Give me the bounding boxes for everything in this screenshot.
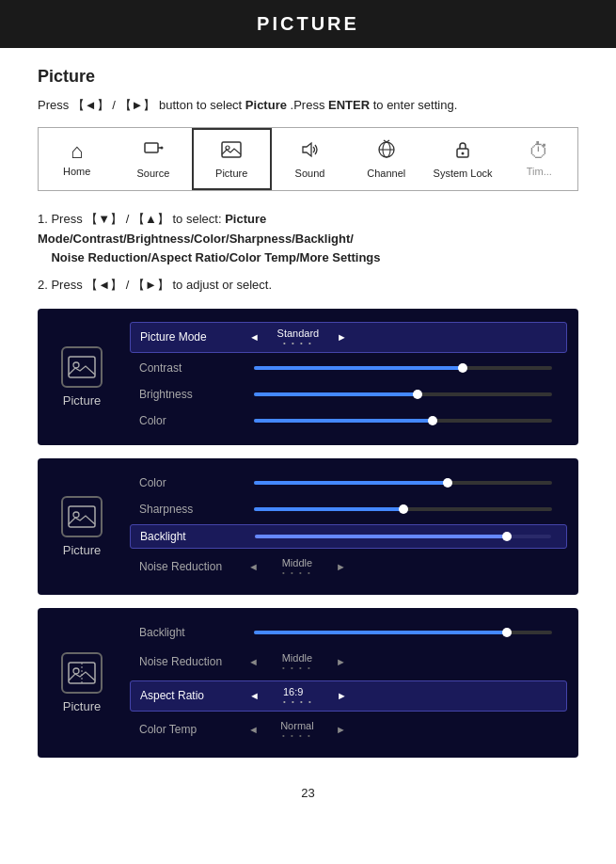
menu-row-sharpness: Sharpness	[130, 498, 567, 520]
nav-item-systemlock: System Lock	[424, 128, 500, 190]
panel-2-picture-icon	[61, 496, 103, 537]
menu-row-color-temp-value: Normal • • • •	[264, 720, 330, 740]
contrast-bar-thumb	[458, 363, 467, 373]
brightness-bar-thumb	[413, 390, 422, 399]
chevron-right-icon-5: ►	[336, 724, 346, 735]
menu-row-backlight-2: Backlight	[130, 524, 567, 549]
menu-panel-1: Picture Picture Mode ◄ Standard • • • • …	[38, 309, 578, 445]
chevron-left-icon-3: ◄	[248, 656, 259, 667]
panel-3-label: Picture	[63, 699, 101, 713]
systemlock-icon	[452, 139, 473, 164]
backlight-3-bar	[254, 631, 552, 634]
page-title: PICTURE	[257, 13, 359, 34]
nav-label-systemlock: System Lock	[434, 168, 493, 179]
chevron-right-icon-4: ►	[337, 690, 347, 701]
svg-rect-3	[222, 142, 241, 157]
color-1-bar-fill	[254, 419, 433, 423]
menu-row-color-temp-label: Color Temp	[139, 723, 243, 736]
step-2: 2. Press 【◄】 / 【►】 to adjust or select.	[38, 276, 578, 296]
nav-item-channel: Channel	[348, 128, 424, 190]
svg-point-4	[226, 146, 229, 150]
nav-bar: ⌂ Home Source Picture	[38, 127, 578, 191]
svg-point-16	[73, 512, 79, 518]
intro-text: Press 【◄】 / 【►】 button to select Picture…	[38, 96, 578, 116]
menu-row-brightness-label: Brightness	[139, 388, 243, 401]
menu-row-sharpness-label: Sharpness	[139, 503, 243, 516]
sound-icon	[299, 139, 320, 164]
menu-row-brightness: Brightness	[130, 383, 567, 406]
chevron-left-icon-2: ◄	[248, 561, 259, 572]
backlight-2-bar-fill	[255, 535, 507, 538]
menu-row-picture-mode: Picture Mode ◄ Standard • • • • ►	[130, 322, 567, 353]
nav-item-sound: Sound	[272, 128, 348, 190]
color-2-bar-thumb	[443, 478, 452, 488]
chevron-left-icon: ◄	[249, 331, 260, 343]
svg-rect-17	[69, 663, 95, 683]
menu-row-noise-3-value: Middle • • • •	[264, 652, 330, 672]
timer-icon: ⏱	[529, 141, 549, 162]
menu-row-color-1: Color	[130, 409, 567, 432]
menu-panel-2: Picture Color Sharpness Backli	[38, 458, 578, 595]
menu-row-contrast-label: Contrast	[139, 361, 243, 375]
panel-1-label: Picture	[63, 393, 101, 408]
menu-row-backlight-2-label: Backlight	[140, 530, 244, 543]
menu-row-picture-mode-label: Picture Mode	[140, 330, 244, 344]
svg-line-9	[384, 140, 387, 142]
menu-row-noise-2-value: Middle • • • •	[264, 557, 330, 577]
nav-label-home: Home	[63, 166, 90, 177]
chevron-right-icon-3: ►	[336, 656, 346, 667]
panel-3-picture-icon	[61, 652, 103, 694]
menu-row-aspect-ratio: Aspect Ratio ◄ 16:9 • • • • ►	[130, 680, 567, 712]
backlight-3-bar-thumb	[502, 628, 512, 637]
svg-marker-5	[303, 143, 311, 156]
menu-row-aspect-value: 16:9 • • • •	[265, 686, 331, 706]
color-1-bar	[254, 419, 552, 423]
panel-3-icon-area: Picture	[49, 621, 115, 744]
source-icon	[143, 139, 164, 164]
menu-row-noise-reduction-2: Noise Reduction ◄ Middle • • • • ►	[130, 552, 567, 582]
backlight-2-bar-thumb	[502, 532, 512, 541]
brightness-bar-fill	[254, 392, 418, 396]
menu-row-contrast: Contrast	[130, 357, 567, 379]
panel-2-icon-area: Picture	[49, 472, 115, 582]
steps-container: 1. Press 【▼】 / 【▲】 to select: Picture Mo…	[38, 210, 578, 296]
menu-row-noise-3-label: Noise Reduction	[139, 655, 243, 668]
svg-point-2	[160, 146, 163, 149]
menu-row-aspect-label: Aspect Ratio	[140, 689, 244, 702]
nav-item-home: ⌂ Home	[39, 128, 115, 190]
nav-label-sound: Sound	[295, 168, 325, 179]
nav-label-picture: Picture	[215, 168, 247, 179]
brightness-bar	[254, 392, 552, 396]
svg-point-19	[73, 668, 79, 674]
panel-3-menu: Backlight Noise Reduction ◄ Middle • • •…	[130, 621, 567, 744]
picture-icon	[220, 139, 243, 164]
menu-row-picture-mode-value: Standard • • • •	[265, 328, 331, 347]
page-number: 23	[38, 786, 578, 819]
menu-row-color-temp: Color Temp ◄ Normal • • • • ►	[130, 715, 567, 744]
panel-1-menu: Picture Mode ◄ Standard • • • • ► Contra…	[130, 322, 567, 432]
sharpness-bar-thumb	[399, 504, 408, 514]
nav-label-source: Source	[136, 168, 169, 179]
nav-item-source: Source	[115, 128, 191, 190]
section-title: Picture	[38, 67, 578, 87]
chevron-left-icon-4: ◄	[249, 690, 260, 701]
chevron-right-icon-2: ►	[336, 561, 346, 572]
chevron-right-icon: ►	[337, 331, 347, 343]
sharpness-bar	[254, 507, 552, 511]
channel-icon	[376, 139, 397, 164]
step-1: 1. Press 【▼】 / 【▲】 to select: Picture Mo…	[38, 210, 578, 268]
contrast-bar-fill	[254, 366, 463, 370]
color-1-bar-thumb	[428, 416, 437, 425]
menu-row-noise-3: Noise Reduction ◄ Middle • • • • ►	[130, 648, 567, 677]
panel-2-label: Picture	[63, 543, 101, 557]
menu-row-backlight-3-label: Backlight	[139, 626, 243, 639]
panel-1-picture-icon	[61, 346, 103, 388]
color-2-bar	[254, 481, 552, 485]
svg-line-10	[387, 140, 389, 142]
svg-point-12	[462, 152, 465, 154]
svg-rect-0	[145, 143, 158, 152]
nav-label-timer: Tim...	[527, 166, 552, 177]
chevron-left-icon-5: ◄	[248, 724, 259, 735]
home-icon: ⌂	[71, 141, 83, 162]
sharpness-bar-fill	[254, 507, 403, 511]
